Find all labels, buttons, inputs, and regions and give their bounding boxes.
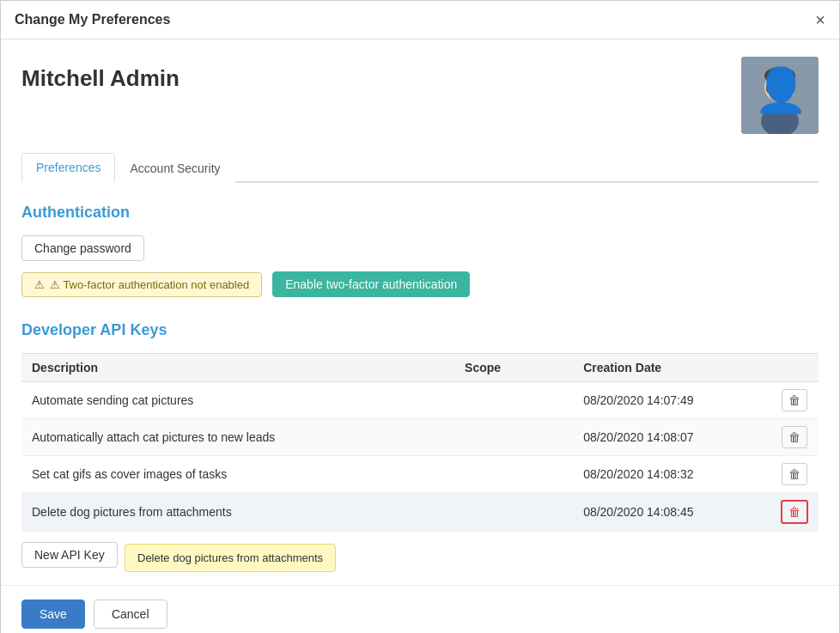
delete-api-key-button[interactable]: 🗑	[782, 389, 807, 411]
col-header-action	[770, 354, 819, 382]
delete-tooltip: Delete dog pictures from attachments	[125, 544, 336, 572]
cell-description: Automate sending cat pictures	[21, 382, 454, 419]
cell-scope	[454, 456, 573, 493]
cell-scope	[454, 493, 573, 532]
cell-scope	[454, 382, 573, 419]
svg-point-2	[764, 67, 795, 84]
table-header-row: Description Scope Creation Date	[21, 354, 819, 382]
enable-2fa-button[interactable]: Enable two-factor authentication	[272, 271, 470, 297]
cell-creation-date: 08/20/2020 14:08:07	[573, 419, 770, 456]
cell-creation-date: 08/20/2020 14:07:49	[573, 382, 770, 419]
col-header-creation-date: Creation Date	[573, 354, 770, 382]
authentication-title: Authentication	[21, 204, 819, 222]
change-password-button[interactable]: Change password	[21, 235, 144, 261]
svg-rect-3	[767, 85, 777, 92]
tabs-container: Preferences Account Security	[21, 151, 819, 183]
cell-description: Set cat gifs as cover images of tasks	[21, 456, 454, 493]
authentication-section: Authentication Change password ⚠ ⚠ Two-f…	[21, 204, 819, 297]
table-row: Set cat gifs as cover images of tasks08/…	[21, 456, 819, 493]
modal-footer: Save Cancel	[1, 585, 839, 633]
api-keys-section: Developer API Keys Description Scope Cre…	[21, 321, 819, 568]
new-api-key-row: New API Key Delete dog pictures from att…	[21, 542, 819, 568]
cell-action: 🗑	[770, 419, 819, 456]
close-button[interactable]: ×	[815, 11, 825, 28]
delete-api-key-button[interactable]: 🗑	[782, 463, 807, 485]
avatar-image	[741, 57, 819, 134]
cell-action: 🗑	[770, 382, 819, 419]
avatar	[741, 57, 819, 134]
cell-description: Delete dog pictures from attachments	[21, 493, 454, 532]
warning-icon: ⚠	[34, 278, 45, 291]
table-row: Automatically attach cat pictures to new…	[21, 419, 819, 456]
tab-preferences[interactable]: Preferences	[21, 153, 115, 183]
cell-creation-date: 08/20/2020 14:08:45	[573, 493, 770, 532]
api-keys-table: Description Scope Creation Date Automate…	[21, 353, 819, 532]
tab-account-security[interactable]: Account Security	[115, 153, 234, 183]
two-factor-text: ⚠ Two-factor authentication not enabled	[50, 278, 249, 291]
save-button[interactable]: Save	[21, 600, 85, 629]
cell-creation-date: 08/20/2020 14:08:32	[573, 456, 770, 493]
api-keys-title: Developer API Keys	[21, 321, 819, 339]
modal-header: Change My Preferences ×	[1, 1, 839, 40]
delete-api-key-button[interactable]: 🗑	[782, 426, 807, 448]
cell-scope	[454, 419, 573, 456]
cell-description: Automatically attach cat pictures to new…	[21, 419, 454, 456]
user-section: Mitchell Admin	[21, 57, 819, 134]
two-factor-badge: ⚠ ⚠ Two-factor authentication not enable…	[21, 272, 262, 297]
table-row: Delete dog pictures from attachments08/2…	[21, 493, 819, 532]
modal-title: Change My Preferences	[15, 12, 170, 27]
col-header-scope: Scope	[454, 354, 573, 382]
svg-point-1	[764, 71, 795, 102]
svg-rect-4	[782, 85, 793, 92]
modal-container: Change My Preferences × Mitchell Admin	[0, 0, 840, 633]
modal-body: Mitchell Admin	[1, 40, 839, 585]
svg-point-6	[761, 106, 799, 134]
new-api-key-button[interactable]: New API Key	[21, 542, 118, 568]
two-factor-row: ⚠ ⚠ Two-factor authentication not enable…	[21, 271, 819, 297]
col-header-description: Description	[21, 354, 454, 382]
cancel-button[interactable]: Cancel	[94, 600, 167, 629]
table-row: Automate sending cat pictures08/20/2020 …	[21, 382, 819, 419]
user-name: Mitchell Admin	[21, 57, 180, 92]
cell-action: 🗑	[770, 456, 819, 493]
delete-api-key-button[interactable]: 🗑	[781, 500, 808, 524]
cell-action: 🗑	[770, 493, 819, 532]
